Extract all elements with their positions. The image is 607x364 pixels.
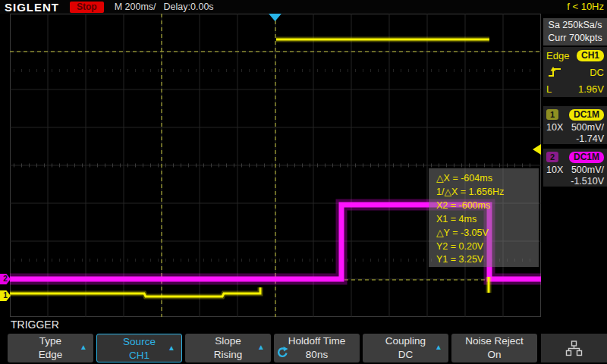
acquisition-panel: Sa 250kSa/s Curr 700kpts: [543, 18, 607, 46]
ch1-scale: 500mV/: [571, 122, 604, 133]
chevron-up-icon: ▲: [80, 343, 87, 351]
rotate-knob-icon: [276, 346, 289, 361]
frequency-counter: f < 10Hz: [567, 1, 604, 12]
ch1-number-badge: 1: [546, 109, 558, 120]
cursor-dx: △X = -604ms: [436, 172, 539, 186]
softkey-type[interactable]: Type Edge ▲: [8, 334, 93, 362]
softkey-noise-reject[interactable]: Noise Reject On: [451, 334, 537, 362]
ch2-info-panel[interactable]: 2 DC1M 10X 500mV/ -1.510V: [543, 149, 607, 187]
top-status-bar: SIGLENT Stop M 200ms/ Delay:0.00s f < 10…: [0, 0, 607, 14]
delay-readout: Delay:0.00s: [164, 2, 214, 12]
softkey-holdoff[interactable]: Holdoff Time 80ns: [274, 334, 360, 362]
cursor-dy: △Y = -3.05V: [436, 227, 539, 240]
softkey-source[interactable]: Source CH1 ▲: [96, 334, 182, 362]
ch2-number-badge: 2: [546, 152, 558, 162]
trigger-level-value: 1.96V: [578, 83, 604, 95]
cursor-measurement-box: △X = -604ms 1/△X = 1.656Hz X2 = -600ms X…: [429, 168, 539, 267]
trigger-level-label: L: [546, 83, 552, 95]
ch2-scale: 500mV/: [571, 165, 604, 175]
trigger-coupling: DC: [590, 67, 604, 78]
timebase-readout: M 200ms/: [115, 2, 156, 12]
cursor-y2: Y2 = 0.20V: [436, 240, 539, 254]
softkey-menu: Type Edge ▲ Source CH1 ▲ Slope Rising ▲ …: [8, 334, 537, 362]
cursor-inv-dx: 1/△X = 1.656Hz: [436, 186, 539, 199]
sample-rate: Sa 250kSa/s: [543, 19, 607, 32]
trigger-source-badge: CH1: [577, 50, 604, 61]
chevron-up-icon: ▲: [168, 344, 175, 352]
ch1-trace-core: [10, 39, 489, 297]
softkey-coupling[interactable]: Coupling DC ▲: [363, 334, 448, 362]
softkey-slope[interactable]: Slope Rising ▲: [185, 334, 271, 362]
ch2-attenuation: 10X: [546, 165, 563, 175]
ch1-coupling-badge: DC1M: [569, 109, 604, 121]
network-status-cell[interactable]: [541, 334, 607, 362]
ch1-info-panel[interactable]: 1 DC1M 10X 500mV/ -1.74V: [543, 106, 607, 144]
cursor-x2: X2 = -600ms: [436, 199, 539, 213]
rising-edge-icon: [546, 66, 563, 78]
memory-depth: Curr 700kpts: [543, 32, 607, 45]
ch1-trace: [10, 39, 489, 297]
ch1-attenuation: 10X: [546, 122, 563, 133]
waveform-display: [0, 14, 541, 317]
acquisition-status-badge[interactable]: Stop: [70, 2, 104, 13]
menu-section-title: TRIGGER: [11, 318, 59, 331]
ch1-trace-glow: [10, 39, 489, 297]
ch2-coupling-badge: DC1M: [569, 152, 604, 163]
brand-logo: SIGLENT: [5, 1, 59, 14]
network-icon: [565, 340, 583, 356]
trigger-info-panel[interactable]: Edge CH1 DC L 1.96V: [543, 47, 607, 97]
cursor-y1: Y1 = 3.25V: [436, 253, 539, 267]
ch1-offset: -1.74V: [576, 133, 604, 144]
cursor-x1: X1 = 4ms: [436, 213, 539, 227]
chevron-up-icon: ▲: [435, 343, 442, 351]
chevron-up-icon: ▲: [257, 343, 265, 351]
trigger-type-label: Edge: [546, 50, 569, 61]
ch2-offset: -1.510V: [571, 176, 604, 187]
